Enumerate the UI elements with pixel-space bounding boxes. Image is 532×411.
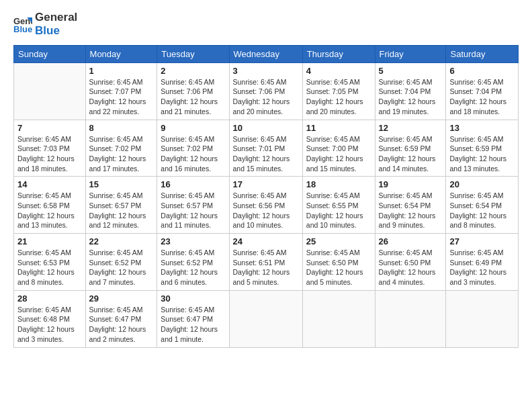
day-info: Sunrise: 6:45 AM Sunset: 6:48 PM Dayligh… — [17, 305, 82, 345]
day-number: 21 — [17, 236, 82, 246]
day-info: Sunrise: 6:45 AM Sunset: 6:57 PM Dayligh… — [89, 191, 154, 230]
day-info: Sunrise: 6:45 AM Sunset: 6:52 PM Dayligh… — [89, 248, 154, 287]
calendar-cell: 29Sunrise: 6:45 AM Sunset: 6:47 PM Dayli… — [85, 290, 157, 347]
calendar-cell: 20Sunrise: 6:45 AM Sunset: 6:54 PM Dayli… — [446, 177, 519, 234]
day-number: 12 — [379, 123, 443, 133]
day-number: 16 — [161, 179, 225, 189]
day-number: 14 — [17, 179, 82, 189]
calendar-cell — [375, 290, 446, 347]
day-info: Sunrise: 6:45 AM Sunset: 7:05 PM Dayligh… — [306, 77, 371, 117]
day-info: Sunrise: 6:45 AM Sunset: 6:54 PM Dayligh… — [379, 191, 443, 230]
day-number: 4 — [306, 66, 371, 76]
day-info: Sunrise: 6:45 AM Sunset: 6:55 PM Dayligh… — [306, 191, 371, 230]
day-number: 22 — [89, 236, 154, 246]
calendar-cell: 16Sunrise: 6:45 AM Sunset: 6:57 PM Dayli… — [157, 177, 229, 234]
calendar-cell: 8Sunrise: 6:45 AM Sunset: 7:02 PM Daylig… — [85, 120, 157, 177]
weekday-header-row: SundayMondayTuesdayWednesdayThursdayFrid… — [14, 45, 519, 62]
calendar-table: SundayMondayTuesdayWednesdayThursdayFrid… — [13, 45, 519, 348]
day-info: Sunrise: 6:45 AM Sunset: 7:04 PM Dayligh… — [449, 77, 515, 117]
calendar-cell: 24Sunrise: 6:45 AM Sunset: 6:51 PM Dayli… — [229, 234, 302, 291]
weekday-thursday: Thursday — [302, 45, 375, 62]
day-number: 5 — [379, 66, 443, 76]
day-info: Sunrise: 6:45 AM Sunset: 6:59 PM Dayligh… — [449, 134, 515, 174]
calendar-cell: 30Sunrise: 6:45 AM Sunset: 6:47 PM Dayli… — [157, 290, 229, 347]
calendar-cell: 22Sunrise: 6:45 AM Sunset: 6:52 PM Dayli… — [85, 234, 157, 291]
day-info: Sunrise: 6:45 AM Sunset: 6:47 PM Dayligh… — [89, 305, 154, 345]
calendar-cell: 7Sunrise: 6:45 AM Sunset: 7:03 PM Daylig… — [14, 120, 86, 177]
calendar-cell — [229, 290, 302, 347]
calendar-cell — [14, 62, 86, 120]
weekday-wednesday: Wednesday — [229, 45, 302, 62]
day-number: 29 — [89, 293, 154, 304]
logo-blue: Blue — [35, 24, 77, 38]
calendar-page: General Blue General Blue SundayMondayTu… — [0, 0, 532, 411]
calendar-cell: 17Sunrise: 6:45 AM Sunset: 6:56 PM Dayli… — [229, 177, 302, 234]
calendar-cell: 5Sunrise: 6:45 AM Sunset: 7:04 PM Daylig… — [375, 62, 446, 120]
day-info: Sunrise: 6:45 AM Sunset: 6:58 PM Dayligh… — [17, 191, 82, 230]
day-info: Sunrise: 6:45 AM Sunset: 6:51 PM Dayligh… — [233, 248, 299, 287]
weekday-sunday: Sunday — [14, 45, 86, 62]
day-info: Sunrise: 6:45 AM Sunset: 6:52 PM Dayligh… — [161, 248, 225, 287]
week-row-1: 1Sunrise: 6:45 AM Sunset: 7:07 PM Daylig… — [14, 62, 519, 120]
calendar-cell: 27Sunrise: 6:45 AM Sunset: 6:49 PM Dayli… — [446, 234, 519, 291]
calendar-cell: 21Sunrise: 6:45 AM Sunset: 6:53 PM Dayli… — [14, 234, 86, 291]
day-info: Sunrise: 6:45 AM Sunset: 6:56 PM Dayligh… — [233, 191, 299, 230]
day-number: 9 — [161, 123, 225, 133]
weekday-tuesday: Tuesday — [157, 45, 229, 62]
week-row-4: 21Sunrise: 6:45 AM Sunset: 6:53 PM Dayli… — [14, 234, 519, 291]
header: General Blue General Blue — [13, 11, 519, 38]
day-info: Sunrise: 6:45 AM Sunset: 6:50 PM Dayligh… — [306, 248, 371, 287]
calendar-cell: 15Sunrise: 6:45 AM Sunset: 6:57 PM Dayli… — [85, 177, 157, 234]
day-info: Sunrise: 6:45 AM Sunset: 6:50 PM Dayligh… — [379, 248, 443, 287]
calendar-cell: 1Sunrise: 6:45 AM Sunset: 7:07 PM Daylig… — [85, 62, 157, 120]
day-info: Sunrise: 6:45 AM Sunset: 7:02 PM Dayligh… — [89, 134, 154, 174]
calendar-cell: 4Sunrise: 6:45 AM Sunset: 7:05 PM Daylig… — [302, 62, 375, 120]
day-number: 26 — [379, 236, 443, 246]
day-info: Sunrise: 6:45 AM Sunset: 7:06 PM Dayligh… — [161, 77, 225, 117]
day-info: Sunrise: 6:45 AM Sunset: 7:00 PM Dayligh… — [306, 134, 371, 174]
calendar-cell: 3Sunrise: 6:45 AM Sunset: 7:06 PM Daylig… — [229, 62, 302, 120]
calendar-cell: 10Sunrise: 6:45 AM Sunset: 7:01 PM Dayli… — [229, 120, 302, 177]
day-number: 20 — [449, 179, 515, 189]
day-number: 24 — [233, 236, 299, 246]
calendar-cell — [446, 290, 519, 347]
day-number: 30 — [161, 293, 225, 304]
calendar-cell: 18Sunrise: 6:45 AM Sunset: 6:55 PM Dayli… — [302, 177, 375, 234]
week-row-2: 7Sunrise: 6:45 AM Sunset: 7:03 PM Daylig… — [14, 120, 519, 177]
weekday-monday: Monday — [85, 45, 157, 62]
week-row-5: 28Sunrise: 6:45 AM Sunset: 6:48 PM Dayli… — [14, 290, 519, 347]
day-number: 23 — [161, 236, 225, 246]
calendar-cell: 2Sunrise: 6:45 AM Sunset: 7:06 PM Daylig… — [157, 62, 229, 120]
day-number: 27 — [449, 236, 515, 246]
day-info: Sunrise: 6:45 AM Sunset: 7:01 PM Dayligh… — [233, 134, 299, 174]
logo-icon: General Blue — [13, 15, 32, 34]
day-info: Sunrise: 6:45 AM Sunset: 6:49 PM Dayligh… — [449, 248, 515, 287]
calendar-cell: 25Sunrise: 6:45 AM Sunset: 6:50 PM Dayli… — [302, 234, 375, 291]
svg-text:Blue: Blue — [13, 24, 32, 34]
day-number: 11 — [306, 123, 371, 133]
day-info: Sunrise: 6:45 AM Sunset: 7:04 PM Dayligh… — [379, 77, 443, 117]
calendar-cell: 11Sunrise: 6:45 AM Sunset: 7:00 PM Dayli… — [302, 120, 375, 177]
day-number: 8 — [89, 123, 154, 133]
day-info: Sunrise: 6:45 AM Sunset: 6:47 PM Dayligh… — [161, 305, 225, 345]
calendar-cell: 6Sunrise: 6:45 AM Sunset: 7:04 PM Daylig… — [446, 62, 519, 120]
week-row-3: 14Sunrise: 6:45 AM Sunset: 6:58 PM Dayli… — [14, 177, 519, 234]
day-number: 18 — [306, 179, 371, 189]
calendar-cell: 26Sunrise: 6:45 AM Sunset: 6:50 PM Dayli… — [375, 234, 446, 291]
day-info: Sunrise: 6:45 AM Sunset: 7:03 PM Dayligh… — [17, 134, 82, 174]
calendar-cell: 23Sunrise: 6:45 AM Sunset: 6:52 PM Dayli… — [157, 234, 229, 291]
logo-general: General — [35, 11, 77, 24]
day-info: Sunrise: 6:45 AM Sunset: 7:07 PM Dayligh… — [89, 77, 154, 117]
day-number: 3 — [233, 66, 299, 76]
day-number: 25 — [306, 236, 371, 246]
day-info: Sunrise: 6:45 AM Sunset: 6:54 PM Dayligh… — [449, 191, 515, 230]
calendar-cell: 13Sunrise: 6:45 AM Sunset: 6:59 PM Dayli… — [446, 120, 519, 177]
day-number: 15 — [89, 179, 154, 189]
day-number: 10 — [233, 123, 299, 133]
day-number: 13 — [449, 123, 515, 133]
calendar-cell: 19Sunrise: 6:45 AM Sunset: 6:54 PM Dayli… — [375, 177, 446, 234]
calendar-cell — [302, 290, 375, 347]
day-number: 17 — [233, 179, 299, 189]
day-info: Sunrise: 6:45 AM Sunset: 6:59 PM Dayligh… — [379, 134, 443, 174]
day-info: Sunrise: 6:45 AM Sunset: 6:53 PM Dayligh… — [17, 248, 82, 287]
